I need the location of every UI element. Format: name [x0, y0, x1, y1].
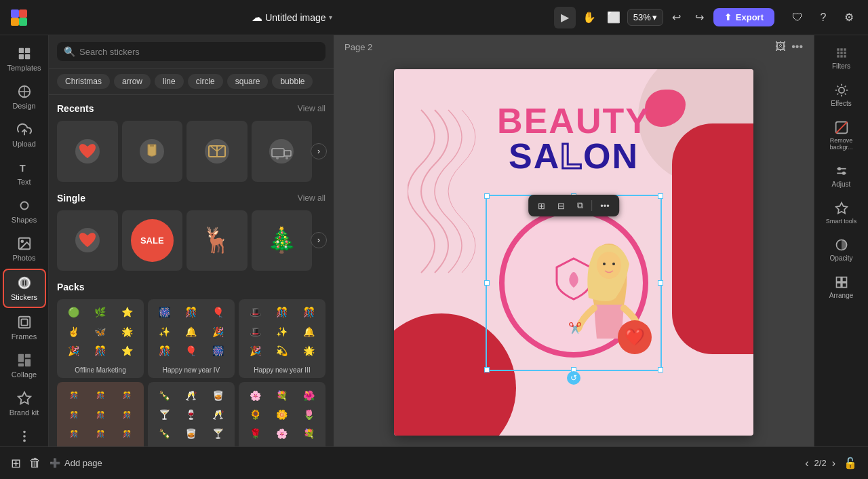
right-panel-smart-tools[interactable]: Smart tools: [817, 196, 866, 230]
svg-point-35: [285, 157, 288, 159]
recents-title: Recents: [57, 103, 94, 114]
crop-tool[interactable]: ⊞: [534, 198, 549, 214]
single-sticker-2[interactable]: 🦌: [186, 210, 248, 271]
hand-tool[interactable]: ✋: [578, 7, 600, 28]
svg-point-22: [23, 435, 26, 438]
sidebar-item-frames[interactable]: Frames: [3, 309, 46, 346]
packs-grid: 🟢 🌿 ⭐ ✌️ 🦋 🌟 🎉 🎊 ⭐ Offline Marketing: [57, 299, 326, 446]
recents-grid-wrap: ›: [57, 121, 326, 182]
canvas[interactable]: BEAUTY SALON: [394, 69, 753, 436]
logo: [8, 7, 30, 28]
single-next-arrow[interactable]: ›: [311, 232, 327, 248]
pack-happy-new-year-2[interactable]: 🎊 🎊 🎊 🎊 🎊 🎊 🎊 🎊 🎊 Happy new yearⅡ: [57, 382, 144, 446]
more-tool[interactable]: •••: [596, 198, 614, 214]
single-sticker-3[interactable]: 🎄: [252, 210, 313, 271]
sidebar-item-upload[interactable]: Upload: [3, 117, 46, 153]
sidebar-item-templates[interactable]: Templates: [3, 41, 46, 77]
pack-food-drink[interactable]: 🌸 💐 🌺 🌻 🌼 🌷 🌹 🌸 💐 Food and Drink: [239, 382, 326, 446]
recents-view-all[interactable]: View all: [298, 104, 326, 113]
right-panel-effects[interactable]: Effects: [817, 78, 866, 113]
add-page-btn[interactable]: ➕ Add page: [50, 458, 102, 468]
pack-label-0: Offline Marketing: [57, 364, 144, 378]
tag-line[interactable]: line: [155, 74, 184, 89]
single-sticker-1[interactable]: SALE: [122, 210, 183, 271]
next-page-btn[interactable]: ›: [832, 457, 835, 470]
selected-element[interactable]: ✂️ ❤️: [489, 198, 658, 368]
right-panel-remove-bg[interactable]: Remove backgr...: [817, 115, 866, 156]
tag-square[interactable]: square: [227, 74, 269, 89]
tag-arrow[interactable]: arrow: [114, 74, 151, 89]
tag-bubble[interactable]: bubble: [272, 74, 313, 89]
single-grid-wrap: SALE 🦌 🎄 ›: [57, 210, 326, 271]
grid-tool[interactable]: ⊟: [553, 198, 569, 214]
search-input[interactable]: [79, 47, 319, 57]
settings-button[interactable]: ⚙: [838, 7, 860, 28]
recent-sticker-2[interactable]: [186, 121, 248, 182]
recent-sticker-1[interactable]: [122, 121, 183, 182]
svg-point-49: [842, 172, 844, 174]
right-panel-filters[interactable]: Filters: [817, 41, 866, 75]
undo-button[interactable]: ↩: [666, 7, 688, 28]
svg-rect-53: [842, 277, 846, 282]
sidebar-item-brand[interactable]: Brand kit: [3, 385, 46, 422]
toolbar-divider: [591, 200, 592, 211]
pack-preview-4: 🍾 🥂 🥃 🍸 🍷 🥂 🍾 🥃 🍸: [148, 382, 235, 446]
prev-page-btn[interactable]: ‹: [805, 457, 808, 470]
single-view-all[interactable]: View all: [298, 193, 326, 203]
sidebar-item-stickers[interactable]: Stickers: [3, 269, 46, 308]
svg-rect-2: [11, 18, 19, 26]
sidebar-item-photos[interactable]: Photos: [3, 231, 46, 267]
lock-btn[interactable]: 🔓: [844, 457, 857, 470]
sidebar-item-shapes[interactable]: Shapes: [3, 193, 46, 229]
undo-redo-group: ↩ ↪: [666, 7, 711, 28]
svg-text:T: T: [19, 163, 25, 174]
right-panel-opacity[interactable]: Opacity: [817, 233, 866, 267]
redo-button[interactable]: ↪: [689, 7, 711, 28]
page-label: Page 2: [344, 42, 372, 52]
tag-circle[interactable]: circle: [188, 74, 223, 89]
canvas-photo-icon[interactable]: 🖼: [775, 41, 786, 53]
single-sticker-0[interactable]: [57, 210, 118, 271]
recents-next-arrow[interactable]: ›: [311, 143, 327, 159]
recents-grid: [57, 121, 312, 182]
sidebar-item-more[interactable]: [3, 423, 46, 446]
shield-icon-btn[interactable]: 🛡: [787, 7, 808, 28]
export-button[interactable]: ⬆ Export: [713, 8, 774, 26]
pack-happy-new-year-4[interactable]: 🎆 🎊 🎈 ✨ 🔔 🎉 🎊 🎈 🎆 Happy new year IV: [148, 299, 235, 378]
svg-line-45: [835, 122, 847, 134]
svg-rect-55: [842, 283, 846, 288]
right-panel-adjust[interactable]: Adjust: [817, 159, 866, 193]
doc-title[interactable]: ☁ Untitled image ▾: [252, 11, 332, 24]
cursor-tool[interactable]: ▶: [554, 7, 576, 28]
sidebar-item-collage[interactable]: Collage: [3, 347, 46, 384]
zoom-selector[interactable]: 53% ▾: [627, 9, 663, 26]
frame-tool[interactable]: ⬜: [603, 7, 625, 28]
top-bar-tools: ▶ ✋ ⬜ 53% ▾ ↩ ↪ ⬆ Export: [554, 7, 774, 28]
canvas-more-icon[interactable]: •••: [791, 41, 803, 53]
svg-rect-1: [19, 9, 27, 18]
copy-tool[interactable]: ⧉: [573, 197, 587, 214]
svg-point-11: [20, 202, 28, 210]
sidebar-item-stickers-label: Stickers: [11, 293, 37, 301]
sidebar-item-brand-label: Brand kit: [9, 408, 39, 417]
search-input-wrap[interactable]: 🔍: [57, 42, 326, 61]
pack-happy-new-year-1[interactable]: 🍾 🥂 🥃 🍸 🍷 🥂 🍾 🥃 🍸 Happy new year I: [148, 382, 235, 446]
tag-christmas[interactable]: Christmas: [57, 74, 110, 89]
zoom-chevron-icon: ▾: [652, 12, 657, 22]
help-button[interactable]: ?: [812, 7, 834, 28]
rotate-handle[interactable]: ↺: [567, 371, 580, 385]
sidebar-item-design[interactable]: Design: [3, 79, 46, 115]
smart-tools-label: Smart tools: [826, 218, 857, 225]
svg-rect-3: [19, 18, 27, 26]
expand-page-btn[interactable]: ⊞: [11, 456, 21, 471]
recent-sticker-0[interactable]: [57, 121, 118, 182]
pack-happy-new-year-3[interactable]: 🎩 🎊 🎊 🎩 ✨ 🔔 🎉 💫 🌟 Happy new year III: [239, 299, 326, 378]
sidebar-item-text[interactable]: T Text: [3, 155, 46, 191]
pack-preview-2: 🎩 🎊 🎊 🎩 ✨ 🔔 🎉 💫 🌟: [239, 299, 326, 364]
right-panel-arrange[interactable]: Arrange: [817, 270, 866, 305]
christmas-tree-emoji: 🎄: [267, 228, 297, 252]
recent-sticker-3[interactable]: [252, 121, 313, 182]
svg-point-23: [23, 431, 26, 434]
delete-page-btn[interactable]: 🗑: [29, 456, 41, 470]
pack-offline-marketing[interactable]: 🟢 🌿 ⭐ ✌️ 🦋 🌟 🎉 🎊 ⭐ Offline Marketing: [57, 299, 144, 378]
